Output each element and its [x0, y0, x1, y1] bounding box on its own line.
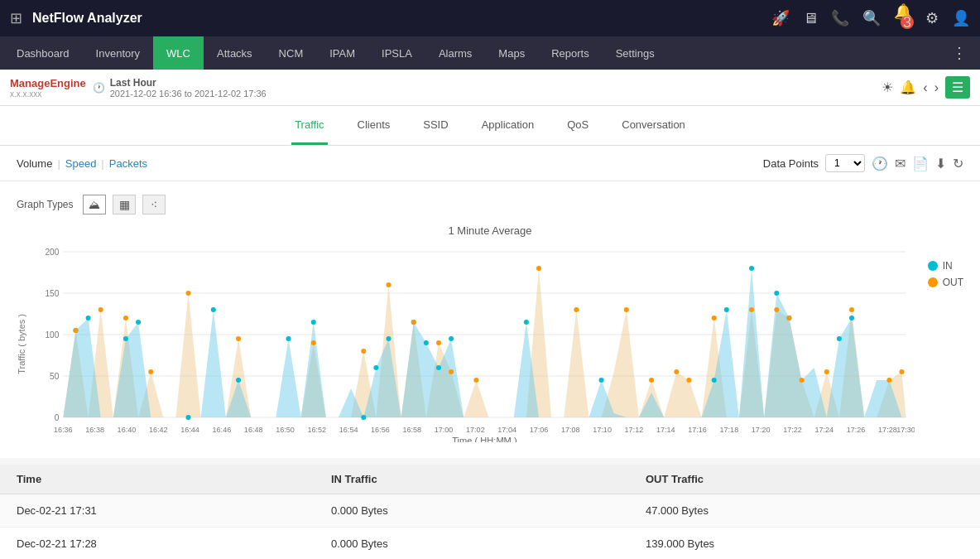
nav-inventory[interactable]: Inventory	[83, 36, 153, 70]
nav-ipam[interactable]: IPAM	[316, 36, 368, 70]
svg-text:150: 150	[45, 289, 59, 298]
svg-point-64	[900, 369, 905, 374]
schedule-icon[interactable]: 🕐	[872, 156, 888, 171]
svg-point-13	[86, 316, 91, 320]
data-table: Time IN Traffic OUT Traffic Dec-02-21 17…	[0, 465, 980, 559]
scatter-chart-btn[interactable]: ⁖	[142, 195, 166, 214]
svg-point-54	[674, 369, 679, 374]
time-info: Last Hour 2021-12-02 16:36 to 2021-12-02…	[110, 77, 267, 99]
svg-point-40	[148, 369, 153, 374]
export-icon[interactable]: ⬇	[935, 156, 946, 171]
legend-out: OUT	[928, 277, 963, 288]
nav-wlc[interactable]: WLC	[153, 36, 204, 70]
svg-point-25	[424, 340, 429, 345]
data-points-select[interactable]: 1 5 10	[825, 154, 865, 172]
tab-conversation[interactable]: Conversation	[618, 107, 689, 145]
svg-point-41	[186, 291, 191, 296]
rocket-icon[interactable]: 🚀	[771, 9, 790, 27]
brand-title: NetFlow Analyzer	[32, 11, 761, 26]
monitor-icon[interactable]: 🖥	[803, 10, 818, 27]
sun-icon[interactable]: ☀	[882, 80, 893, 95]
svg-text:17:16: 17:16	[688, 426, 707, 434]
notification-badge: 3	[901, 16, 914, 29]
nav-ncm[interactable]: NCM	[266, 36, 317, 70]
tab-traffic[interactable]: Traffic	[291, 107, 327, 145]
nav-alarms[interactable]: Alarms	[425, 36, 485, 70]
logo-ip: x.x.x.xxx	[10, 89, 86, 99]
grid-icon[interactable]: ⊞	[10, 9, 22, 27]
table-header: Time IN Traffic OUT Traffic	[0, 465, 980, 494]
bar-chart-btn[interactable]: ▦	[113, 195, 136, 214]
svg-text:Time ( HH:MM ): Time ( HH:MM )	[452, 436, 516, 442]
svg-point-28	[524, 320, 529, 325]
nav-attacks[interactable]: Attacks	[204, 36, 266, 70]
svg-text:16:54: 16:54	[339, 426, 358, 434]
svg-point-55	[686, 378, 691, 383]
pdf-icon[interactable]: 📄	[912, 156, 929, 171]
svg-point-18	[236, 378, 241, 383]
sep1: |	[57, 157, 60, 170]
svg-text:17:02: 17:02	[466, 426, 485, 434]
prev-icon[interactable]: ‹	[923, 80, 927, 95]
nav-ipsla[interactable]: IPSLA	[368, 36, 425, 70]
svg-point-43	[311, 340, 316, 345]
nav-reports[interactable]: Reports	[538, 36, 603, 70]
out-dot	[928, 277, 938, 287]
tab-application[interactable]: Application	[478, 107, 538, 145]
volume-label[interactable]: Volume	[17, 157, 52, 170]
svg-text:50: 50	[50, 372, 60, 381]
svg-point-56	[712, 316, 717, 320]
packets-link[interactable]: Packets	[109, 157, 147, 170]
svg-point-26	[436, 365, 441, 370]
more-menu-button[interactable]: ⋮	[942, 44, 977, 62]
tab-clients[interactable]: Clients	[354, 107, 394, 145]
graph-section: Graph Types ⛰ ▦ ⁖ 1 Minute Average Traff…	[0, 181, 980, 458]
svg-text:16:46: 16:46	[213, 426, 232, 434]
notification-icon[interactable]: 🔔 3	[894, 2, 912, 34]
menu-icon[interactable]: ☰	[945, 76, 970, 99]
nav-settings[interactable]: Settings	[603, 36, 668, 70]
svg-point-20	[311, 320, 316, 325]
col-in: IN Traffic	[331, 473, 646, 485]
svg-point-48	[449, 369, 454, 374]
svg-point-63	[886, 378, 891, 383]
logo-block: ManageEngine x.x.x.xxx	[10, 77, 86, 99]
area-chart-btn[interactable]: ⛰	[83, 195, 106, 214]
svg-text:17:04: 17:04	[497, 426, 516, 434]
toolbar: Volume | Speed | Packets Data Points 1 5…	[0, 146, 980, 181]
svg-point-15	[136, 320, 141, 325]
speed-link[interactable]: Speed	[65, 157, 97, 170]
tab-qos[interactable]: QoS	[564, 107, 592, 145]
svg-point-44	[361, 349, 366, 354]
svg-point-31	[724, 307, 729, 312]
gear-icon[interactable]: ⚙	[925, 9, 939, 27]
bell-alt-icon[interactable]: 🔔	[900, 80, 916, 95]
logo-text: ManageEngine	[10, 77, 86, 89]
nav-dashboard[interactable]: Dashboard	[3, 36, 83, 70]
svg-point-32	[749, 266, 754, 271]
right-tools: Data Points 1 5 10 🕐 ✉ 📄 ⬇ ↻	[763, 154, 963, 172]
svg-text:16:42: 16:42	[149, 426, 168, 434]
col-out: OUT Traffic	[646, 473, 963, 485]
svg-point-14	[123, 336, 128, 341]
time-range: 2021-12-02 16:36 to 2021-12-02 17:36	[110, 89, 267, 99]
svg-text:200: 200	[45, 248, 59, 257]
next-icon[interactable]: ›	[934, 80, 939, 95]
search-icon[interactable]: 🔍	[862, 9, 881, 27]
svg-point-21	[361, 415, 366, 420]
phone-icon[interactable]: 📞	[831, 9, 849, 27]
svg-point-22	[373, 365, 378, 370]
graph-types-label: Graph Types	[17, 199, 73, 210]
svg-point-27	[449, 336, 454, 341]
svg-point-38	[98, 307, 103, 312]
svg-text:17:10: 17:10	[593, 426, 612, 434]
refresh-icon[interactable]: ↻	[953, 156, 963, 171]
svg-point-59	[786, 316, 791, 320]
in-dot	[928, 261, 938, 271]
svg-text:16:50: 16:50	[276, 426, 295, 434]
tab-ssid[interactable]: SSID	[420, 107, 451, 145]
email-icon[interactable]: ✉	[895, 156, 906, 171]
svg-text:17:12: 17:12	[625, 426, 644, 434]
user-icon[interactable]: 👤	[952, 9, 970, 27]
nav-maps[interactable]: Maps	[485, 36, 538, 70]
